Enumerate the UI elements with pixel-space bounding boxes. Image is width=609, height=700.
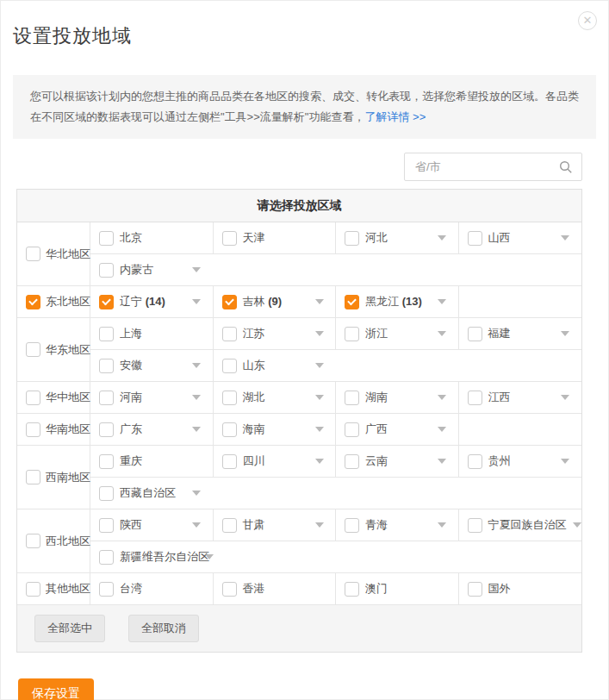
dropdown-arrow-icon[interactable] <box>192 299 201 304</box>
province-checkbox[interactable] <box>468 231 482 246</box>
province-label: 台湾 <box>120 581 185 597</box>
province-checkbox[interactable] <box>99 454 114 469</box>
dropdown-arrow-icon[interactable] <box>561 395 569 400</box>
region-checkbox[interactable] <box>26 295 40 309</box>
cancel-all-button[interactable]: 全部取消 <box>128 615 199 642</box>
province-checkbox[interactable] <box>99 391 114 405</box>
province-checkbox[interactable] <box>99 327 114 341</box>
dropdown-arrow-icon[interactable] <box>192 267 201 272</box>
region-name: 华南地区 <box>46 422 90 437</box>
dropdown-arrow-icon[interactable] <box>561 459 569 464</box>
dropdown-arrow-icon[interactable] <box>192 491 201 496</box>
table-footer: 全部选中 全部取消 <box>17 605 581 652</box>
province-checkbox[interactable] <box>222 327 237 341</box>
province-checkbox[interactable] <box>468 582 482 597</box>
province-line: 陕西甘肃青海宁夏回族自治区 <box>90 509 581 541</box>
dropdown-arrow-icon[interactable] <box>438 299 446 304</box>
province-checkbox[interactable] <box>222 582 237 597</box>
province-cell: 辽宁 (14) <box>90 286 214 317</box>
province-label: 山西 <box>488 230 554 246</box>
province-checkbox[interactable] <box>99 295 114 309</box>
dropdown-arrow-icon[interactable] <box>438 522 446 528</box>
dropdown-arrow-icon[interactable] <box>315 363 324 368</box>
dropdown-arrow-icon[interactable] <box>573 522 581 528</box>
province-checkbox[interactable] <box>222 359 237 373</box>
region-checkbox[interactable] <box>26 470 40 484</box>
province-checkbox[interactable] <box>99 422 114 437</box>
region-checkbox[interactable] <box>26 582 40 597</box>
search-icon[interactable] <box>559 160 573 174</box>
region-label-cell: 华中地区 <box>17 382 90 413</box>
province-checkbox[interactable] <box>222 422 237 437</box>
dropdown-arrow-icon[interactable] <box>192 522 201 528</box>
table-row: 其他地区台湾香港澳门国外 <box>17 573 581 605</box>
dropdown-arrow-icon[interactable] <box>561 331 569 336</box>
region-name: 东北地区 <box>46 294 90 309</box>
close-icon[interactable]: ✕ <box>578 11 597 30</box>
dropdown-arrow-icon[interactable] <box>315 299 324 304</box>
dropdown-arrow-icon[interactable] <box>315 427 324 432</box>
province-checkbox[interactable] <box>468 518 482 533</box>
province-checkbox[interactable] <box>345 518 359 533</box>
province-checkbox[interactable] <box>468 391 482 405</box>
dropdown-arrow-icon[interactable] <box>315 459 324 464</box>
dropdown-arrow-icon[interactable] <box>205 554 214 559</box>
province-label: 重庆 <box>120 453 185 469</box>
dropdown-arrow-icon[interactable] <box>438 235 446 241</box>
region-checkbox[interactable] <box>26 422 40 437</box>
region-name: 其他地区 <box>46 581 90 597</box>
province-checkbox[interactable] <box>222 295 237 309</box>
select-all-button[interactable]: 全部选中 <box>34 615 105 642</box>
province-checkbox[interactable] <box>222 391 237 405</box>
province-checkbox[interactable] <box>99 582 114 597</box>
province-label: 北京 <box>120 230 185 246</box>
dropdown-arrow-icon[interactable] <box>438 427 446 432</box>
region-checkbox[interactable] <box>26 391 40 405</box>
province-checkbox[interactable] <box>222 454 237 469</box>
province-checkbox[interactable] <box>222 231 237 246</box>
province-checkbox[interactable] <box>99 518 114 533</box>
province-checkbox[interactable] <box>345 295 359 309</box>
province-checkbox[interactable] <box>99 231 114 246</box>
dropdown-arrow-icon[interactable] <box>315 331 324 336</box>
region-checkbox[interactable] <box>26 534 40 548</box>
province-checkbox[interactable] <box>345 391 359 405</box>
dropdown-arrow-icon[interactable] <box>192 395 201 400</box>
province-checkbox[interactable] <box>99 550 114 565</box>
dropdown-arrow-icon[interactable] <box>192 427 201 432</box>
province-checkbox[interactable] <box>345 582 359 597</box>
region-checkbox[interactable] <box>26 247 40 261</box>
province-checkbox[interactable] <box>345 454 359 469</box>
province-checkbox[interactable] <box>99 263 114 278</box>
province-label: 天津 <box>243 230 308 246</box>
dropdown-arrow-icon[interactable] <box>192 363 201 368</box>
dropdown-arrow-icon[interactable] <box>315 522 324 528</box>
province-checkbox[interactable] <box>345 231 359 246</box>
region-name: 西南地区 <box>46 470 90 485</box>
dropdown-arrow-icon[interactable] <box>561 235 569 241</box>
save-settings-button[interactable]: 保存设置 <box>18 678 94 700</box>
province-checkbox[interactable] <box>99 486 114 501</box>
region-checkbox[interactable] <box>26 342 40 357</box>
province-checkbox[interactable] <box>468 327 482 341</box>
province-checkbox[interactable] <box>345 327 359 341</box>
learn-more-link[interactable]: 了解详情 >> <box>364 110 426 123</box>
empty-filler <box>214 478 582 509</box>
table-header: 请选择投放区域 <box>17 190 581 222</box>
province-checkbox[interactable] <box>222 518 237 533</box>
dropdown-arrow-icon[interactable] <box>438 459 446 464</box>
province-label: 湖南 <box>365 390 431 405</box>
province-line: 内蒙古 <box>90 254 581 285</box>
province-label: 国外 <box>488 581 554 597</box>
search-input[interactable] <box>405 160 559 173</box>
province-label: 广西 <box>365 422 431 437</box>
province-checkbox[interactable] <box>345 422 359 437</box>
province-checkbox[interactable] <box>468 454 482 469</box>
province-checkbox[interactable] <box>99 359 114 373</box>
dropdown-arrow-icon[interactable] <box>438 331 446 336</box>
dropdown-arrow-icon[interactable] <box>438 395 446 400</box>
table-row: 华东地区上海江苏浙江福建安徽山东 <box>17 318 581 382</box>
province-label: 陕西 <box>120 517 185 533</box>
region-content: 台湾香港澳门国外 <box>90 573 581 604</box>
dropdown-arrow-icon[interactable] <box>315 395 324 400</box>
